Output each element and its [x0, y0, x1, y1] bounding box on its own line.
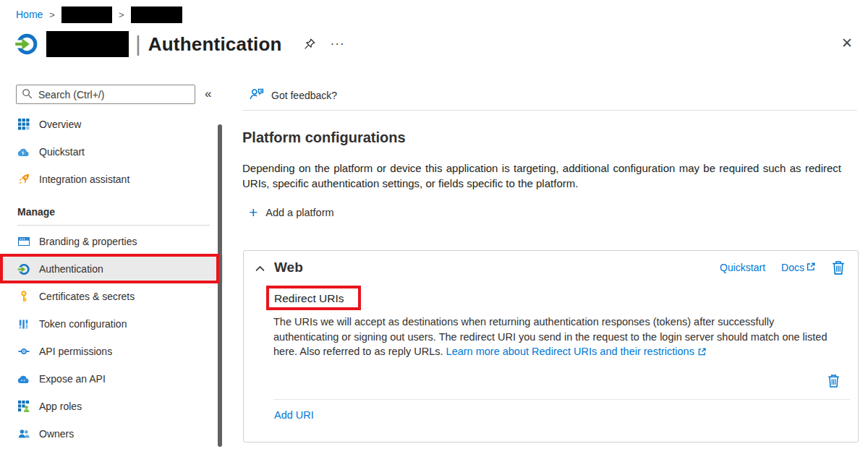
- web-card-title: Web: [274, 260, 303, 275]
- feedback-icon: [250, 87, 264, 103]
- delete-web-platform-icon[interactable]: [832, 260, 845, 275]
- token-configuration-icon: [17, 318, 30, 330]
- sidebar-item-label: Overview: [39, 119, 81, 130]
- sidebar-item-integration-assistant[interactable]: Integration assistant: [0, 166, 223, 193]
- quickstart-icon: [17, 146, 30, 158]
- sidebar-item-quickstart[interactable]: Quickstart: [0, 138, 223, 166]
- collapse-sidebar-icon[interactable]: «: [205, 87, 211, 101]
- page-title: Authentication: [148, 33, 282, 56]
- app-registration-icon: [14, 33, 38, 56]
- add-platform-label: Add a platform: [265, 207, 333, 218]
- search-icon: [22, 88, 33, 102]
- pin-icon[interactable]: [304, 38, 315, 50]
- integration-assistant-icon: [17, 174, 30, 186]
- commandbar-divider: [242, 110, 857, 111]
- docs-link-label: Docs: [781, 262, 804, 273]
- sidebar-scrollbar[interactable]: [218, 124, 222, 447]
- section-description: Depending on the platform or device this…: [242, 161, 841, 191]
- owners-icon: [17, 428, 30, 440]
- sidebar-item-app-roles[interactable]: App roles: [0, 393, 223, 420]
- azure-portal-page: Home > > | Authentication ···: [0, 0, 868, 449]
- external-link-icon: [806, 262, 816, 274]
- docs-link[interactable]: Docs: [781, 262, 816, 274]
- breadcrumb-separator: >: [119, 9, 124, 20]
- add-platform-button[interactable]: + Add a platform: [249, 206, 334, 219]
- more-options-icon[interactable]: ···: [331, 40, 345, 48]
- redirect-uris-title: Redirect URIs: [274, 292, 344, 305]
- sidebar-item-label: Token configuration: [39, 318, 127, 330]
- sidebar-item-token-configuration[interactable]: Token configuration: [0, 310, 223, 338]
- got-feedback-button[interactable]: Got feedback?: [250, 87, 337, 103]
- learn-more-link[interactable]: Learn more about Redirect URIs and their…: [446, 346, 694, 357]
- breadcrumb-redacted-app[interactable]: [131, 7, 182, 23]
- authentication-icon: [17, 263, 30, 275]
- sidebar-item-label: Integration assistant: [39, 174, 129, 185]
- plus-icon: +: [249, 206, 258, 219]
- add-uri-link[interactable]: Add URI: [274, 409, 314, 421]
- redirect-uris-description: The URIs we will accept as destinations …: [273, 315, 829, 359]
- delete-uri-icon[interactable]: [827, 374, 840, 388]
- app-name-redacted: [46, 31, 129, 57]
- app-roles-icon: [17, 401, 30, 413]
- chevron-up-icon[interactable]: [255, 265, 265, 272]
- sidebar-item-owners[interactable]: Owners: [0, 420, 223, 448]
- sidebar-item-expose-an-api[interactable]: Expose an API: [0, 365, 223, 393]
- web-platform-card: Web Quickstart Docs: [243, 250, 859, 442]
- sidebar-search: [16, 85, 195, 104]
- sidebar-item-label: Authentication: [39, 263, 103, 275]
- search-input[interactable]: [16, 85, 195, 104]
- breadcrumb-separator: >: [49, 9, 55, 20]
- sidebar-nav-top: Overview Quickstart Integration assist: [0, 111, 223, 193]
- title-separator: |: [135, 32, 141, 56]
- section-title: Platform configurations: [242, 129, 406, 146]
- sidebar-item-certificates-secrets[interactable]: Certificates & secrets: [0, 283, 223, 310]
- web-card-header: Web Quickstart Docs: [255, 260, 845, 275]
- breadcrumb: Home > >: [16, 6, 182, 23]
- sidebar-item-branding-properties[interactable]: Branding & properties: [0, 228, 223, 255]
- expose-api-icon: [17, 373, 30, 385]
- sidebar-item-label: Quickstart: [39, 146, 85, 158]
- quickstart-link[interactable]: Quickstart: [720, 262, 765, 273]
- sidebar-group-manage: Manage: [17, 206, 55, 218]
- sidebar-item-label: App roles: [39, 401, 82, 412]
- certificates-icon: [17, 291, 30, 303]
- sidebar-item-label: API permissions: [39, 346, 112, 357]
- sidebar-item-overview[interactable]: Overview: [0, 111, 223, 138]
- external-link-icon: [694, 346, 707, 357]
- uri-row-divider: [273, 399, 850, 400]
- blade-header: | Authentication ···: [14, 30, 345, 58]
- sidebar-item-api-permissions[interactable]: API permissions: [0, 338, 223, 365]
- sidebar-nav-manage: Branding & properties Authentication: [0, 228, 223, 448]
- branding-icon: [17, 236, 30, 248]
- sidebar-item-label: Branding & properties: [39, 236, 137, 247]
- feedback-label: Got feedback?: [271, 90, 337, 101]
- sidebar-item-label: Owners: [39, 428, 74, 440]
- breadcrumb-redacted-directory[interactable]: [61, 7, 112, 23]
- sidebar-group-divider: [17, 225, 210, 226]
- close-icon[interactable]: ✕: [841, 35, 853, 51]
- api-permissions-icon: [17, 346, 30, 358]
- sidebar-item-label: Expose an API: [39, 373, 106, 385]
- sidebar-item-label: Certificates & secrets: [39, 291, 135, 302]
- overview-icon: [17, 119, 30, 131]
- sidebar-item-authentication[interactable]: Authentication: [0, 255, 223, 283]
- breadcrumb-home-link[interactable]: Home: [16, 9, 43, 20]
